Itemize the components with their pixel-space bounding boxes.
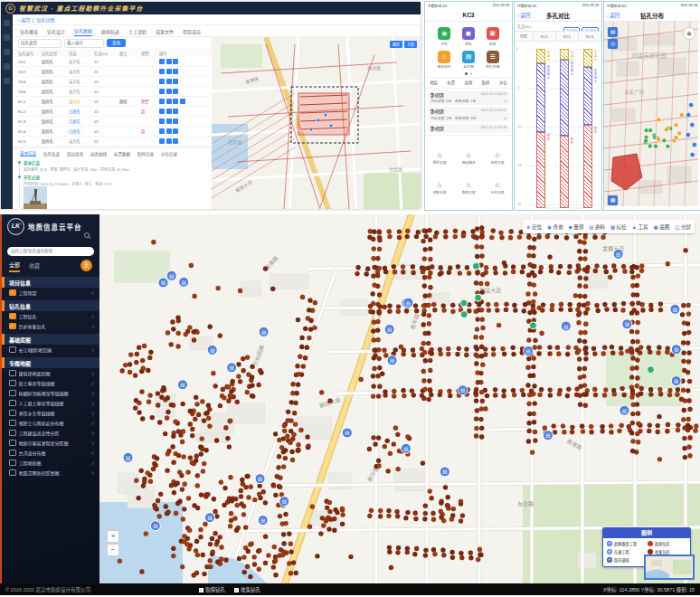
poi-marker[interactable] bbox=[529, 322, 536, 329]
action-button[interactable]: ▫ bbox=[173, 59, 178, 64]
borehole-column[interactable] bbox=[536, 49, 545, 208]
star-icon[interactable]: ☆ bbox=[91, 460, 95, 466]
action-button[interactable]: ▫ bbox=[159, 99, 165, 104]
star-icon[interactable]: ☆ bbox=[91, 401, 95, 406]
record-shortcut[interactable]: ⌂回次记录 bbox=[433, 151, 447, 165]
record-tab[interactable]: 动探 bbox=[465, 80, 473, 85]
toolbar-item[interactable]: ⊕定位 bbox=[526, 223, 542, 231]
star-icon[interactable]: ☆ bbox=[91, 470, 95, 476]
action-button[interactable]: ▫ bbox=[173, 128, 178, 134]
action-button[interactable]: ▫ bbox=[166, 128, 172, 134]
action-button[interactable]: ▫ bbox=[166, 118, 172, 124]
back-link[interactable]: ‹ 返回 bbox=[18, 16, 30, 23]
distribution-map-canvas[interactable]: 统建天城花园青年广场 bbox=[604, 22, 698, 206]
desktop-tab[interactable]: 土工试验 bbox=[128, 28, 147, 36]
layer-checkbox[interactable] bbox=[9, 450, 16, 457]
layer-checkbox[interactable] bbox=[9, 370, 16, 377]
star-icon[interactable]: ☆ bbox=[91, 371, 95, 376]
layer-checkbox[interactable] bbox=[9, 469, 16, 477]
back-button[interactable]: ‹ 返回 bbox=[607, 12, 620, 19]
star-icon[interactable]: ☆ bbox=[91, 347, 95, 353]
star-icon[interactable]: ☆ bbox=[91, 431, 95, 436]
table-row[interactable]: CK3鉴别孔未开孔21▫▫▫ bbox=[13, 77, 212, 87]
site-photo[interactable] bbox=[24, 186, 206, 209]
project-marker[interactable]: ▤ bbox=[543, 431, 553, 441]
table-row[interactable]: CK4鉴别孔未开孔21▫▫▫ bbox=[13, 87, 212, 97]
section-header[interactable]: 基础底图 bbox=[2, 334, 99, 345]
chevron-down-icon[interactable]: ∨ bbox=[504, 116, 506, 120]
borehole-type-select[interactable] bbox=[18, 39, 61, 48]
back-button[interactable]: ‹ 返回 bbox=[517, 12, 530, 19]
toolbar-item[interactable]: ◫分屏 bbox=[675, 223, 691, 231]
rail-icon-0[interactable] bbox=[4, 20, 10, 26]
rail-icon-2[interactable] bbox=[4, 49, 10, 55]
toolbar-item[interactable]: ▣底图 bbox=[654, 223, 670, 231]
layer-checkbox[interactable] bbox=[9, 410, 16, 417]
app-shortcut[interactable]: ◼终孔 bbox=[457, 27, 481, 46]
project-marker[interactable]: ▤ bbox=[259, 327, 269, 336]
action-button[interactable]: ▫ bbox=[166, 69, 172, 74]
record-shortcut[interactable]: ⌂水位记录 bbox=[491, 181, 505, 194]
borehole-column[interactable] bbox=[583, 49, 592, 208]
action-button[interactable]: ▫ bbox=[166, 59, 172, 64]
project-marker[interactable]: ▤ bbox=[166, 270, 176, 280]
action-button[interactable]: ▫ bbox=[159, 69, 165, 74]
locate-button[interactable]: ◎ bbox=[608, 39, 618, 49]
footer-check[interactable]: ✓勘探钻孔 bbox=[199, 586, 225, 593]
distribution-map[interactable]: 统建天城花园青年广场 ▤ ◎ ◉ ▦ bbox=[604, 22, 700, 210]
desktop-tab[interactable]: 钻孔数据 bbox=[74, 27, 92, 36]
desktop-tab[interactable]: 项目成员 bbox=[183, 28, 201, 36]
project-marker[interactable]: ▤ bbox=[255, 474, 265, 484]
desktop-tab[interactable]: 成果文件 bbox=[156, 28, 174, 36]
star-icon[interactable]: ☆ bbox=[91, 411, 95, 416]
star-icon[interactable]: ☆ bbox=[91, 324, 95, 329]
detail-tab[interactable]: 动态曲线 bbox=[90, 151, 107, 156]
app-shortcut[interactable]: ◉开孔 bbox=[432, 27, 457, 46]
action-button[interactable]: ▫ bbox=[159, 118, 165, 124]
action-button[interactable]: ▫ bbox=[166, 79, 172, 84]
layer-item[interactable]: 粉细砂顶板埋深等值线图☆ bbox=[2, 388, 99, 398]
overview-minimap[interactable] bbox=[644, 554, 695, 580]
record-tab[interactable]: 标贯 bbox=[447, 80, 455, 85]
action-button[interactable]: ▫ bbox=[173, 69, 178, 74]
layer-checkbox[interactable] bbox=[9, 400, 16, 407]
layer-item[interactable]: 人工填土厚度等值线图☆ bbox=[2, 398, 99, 408]
project-marker[interactable]: ▤ bbox=[123, 452, 133, 462]
settings-button[interactable]: ◉ bbox=[683, 27, 695, 40]
project-marker[interactable]: ▤ bbox=[622, 319, 632, 329]
main-map[interactable]: 发展大道建设大道常青路青年路解放大道新华路台北路香港路万松园路▤▤▤▤▤▤▤▤▤… bbox=[99, 214, 700, 583]
layer-checkbox[interactable]: ✓ bbox=[9, 313, 16, 320]
desktop-tab[interactable]: 钻孔设计 bbox=[47, 28, 65, 36]
detail-tab[interactable]: 基本信息 bbox=[20, 150, 36, 156]
layer-checkbox[interactable] bbox=[9, 420, 16, 427]
legend-button[interactable]: ▦ bbox=[608, 195, 618, 205]
toolbar-item[interactable]: ◉查询 bbox=[547, 223, 563, 231]
action-button[interactable]: ▫ bbox=[173, 79, 178, 84]
project-marker[interactable]: ▤ bbox=[150, 521, 160, 531]
layer-checkbox[interactable]: ✓ bbox=[9, 289, 16, 297]
record-shortcut[interactable]: ⌂地层描述 bbox=[462, 151, 476, 165]
project-marker[interactable]: ▤ bbox=[279, 497, 289, 507]
app-shortcut[interactable]: ▣拍照 bbox=[480, 27, 505, 46]
map-chip[interactable]: 卫星 bbox=[404, 41, 417, 48]
star-icon[interactable]: ☆ bbox=[91, 421, 95, 426]
app-shortcut[interactable]: ▤岩芯图 bbox=[457, 51, 481, 70]
app-shortcut[interactable]: ⌂既有钻孔 bbox=[432, 51, 457, 70]
star-icon[interactable]: ☆ bbox=[91, 314, 95, 319]
record-tab[interactable]: 取样 bbox=[482, 80, 490, 85]
detail-tab[interactable]: 取样记录 bbox=[137, 151, 154, 156]
project-marker[interactable]: ▤ bbox=[384, 325, 394, 335]
project-marker[interactable]: ▤ bbox=[620, 405, 629, 415]
project-marker[interactable]: ▤ bbox=[207, 345, 217, 355]
layer-item[interactable]: 软土厚度等值线图☆ bbox=[2, 378, 99, 388]
layer-item[interactable]: 残积土与风化岩分布图☆ bbox=[2, 418, 99, 428]
project-marker[interactable]: ▤ bbox=[440, 467, 449, 477]
layer-item[interactable]: 承压水头等值线图☆ bbox=[2, 408, 99, 418]
action-button[interactable]: ▫ bbox=[173, 89, 178, 94]
project-marker[interactable]: ▤ bbox=[387, 355, 397, 365]
borehole-column[interactable] bbox=[560, 49, 569, 208]
detail-tab[interactable]: 水位记录 bbox=[161, 151, 177, 156]
toolbar-item[interactable]: ▲工具 bbox=[632, 223, 648, 231]
sidebar-tab[interactable]: 全部 bbox=[9, 261, 20, 272]
table-row[interactable]: KC1取样孔进行中21静探预警▫▫▫▫ bbox=[13, 97, 212, 107]
